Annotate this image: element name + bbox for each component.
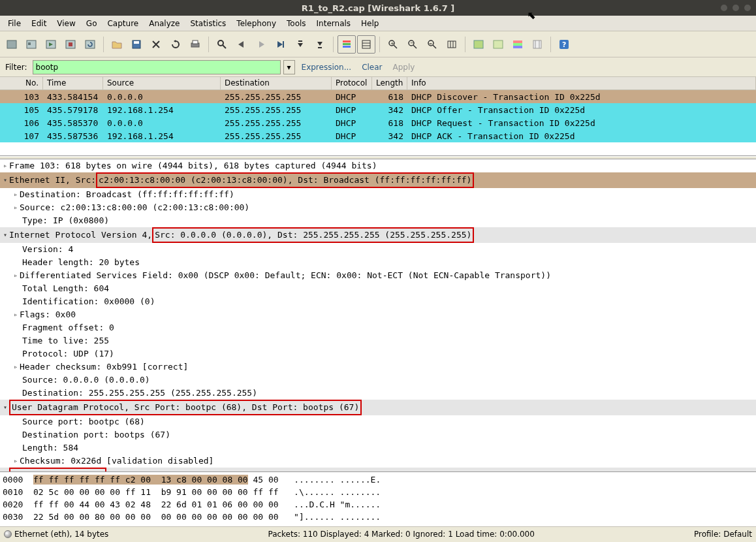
zoom-reset-icon[interactable]: = [423,35,441,54]
menu-internals[interactable]: Internals [311,17,356,30]
find-icon[interactable] [213,35,231,54]
menu-capture[interactable]: Capture [102,17,144,30]
menu-view[interactable]: View [52,17,80,30]
col-header-source[interactable]: Source [103,77,221,89]
svg-rect-0 [7,40,16,48]
packet-row[interactable]: 105435.579178192.168.1.254255.255.255.25… [0,103,756,116]
udp-summary[interactable]: ▾User Datagram Protocol, Src Port: bootp… [0,400,756,415]
ip-protocol[interactable]: Protocol: UDP (17) [0,347,756,360]
frame-summary[interactable]: ▹Frame 103: 618 bytes on wire (4944 bits… [0,159,756,172]
print-icon[interactable] [186,35,204,54]
status-left: Ethernet (eth), 14 bytes [14,530,108,539]
stop-capture-icon[interactable] [61,35,80,54]
menu-file[interactable]: File [3,17,26,30]
udp-checksum[interactable]: ▹Checksum: 0x226d [validation disabled] [0,454,756,468]
svg-line-14 [223,45,226,48]
packet-row[interactable]: 107435.587536192.168.1.254255.255.255.25… [0,129,756,142]
reload-icon[interactable] [166,35,185,54]
ip-summary[interactable]: ▾Internet Protocol Version 4, Src: 0.0.0… [0,227,756,243]
udp-src-port[interactable]: Source port: bootpc (68) [0,415,756,428]
hex-line[interactable]: 0000 ff ff ff ff ff ff c2 00 13 c8 00 00… [3,473,753,486]
zoom-out-icon[interactable]: − [403,35,422,54]
svg-rect-9 [134,41,139,44]
menu-go[interactable]: Go [81,17,102,30]
col-header-protocol[interactable]: Protocol [332,77,372,89]
titlebar: R1_to_R2.cap [Wireshark 1.6.7 ] ⬉ [0,0,756,16]
go-to-icon[interactable] [272,35,290,54]
menu-tools[interactable]: Tools [281,17,311,30]
svg-rect-42 [494,40,503,48]
svg-marker-15 [238,41,244,48]
menu-analyze[interactable]: Analyze [144,17,185,30]
go-back-icon[interactable] [232,35,251,54]
col-header-info[interactable]: Info [407,77,756,89]
hex-dump: 0000 ff ff ff ff ff ff c2 00 13 c8 00 00… [0,471,756,526]
eth-dst[interactable]: ▹Destination: Broadcast (ff:ff:ff:ff:ff:… [0,188,756,201]
ip-dscp[interactable]: ▹Differentiated Services Field: 0x00 (DS… [0,269,756,282]
options-icon[interactable] [22,35,40,54]
ip-total-length[interactable]: Total Length: 604 [0,282,756,295]
coloring-rules-icon[interactable] [509,35,527,54]
filter-clear[interactable]: Clear [358,63,386,72]
colorize-icon[interactable] [338,35,356,54]
expert-info-icon[interactable] [4,530,12,538]
save-icon[interactable] [127,35,146,54]
filter-apply[interactable]: Apply [389,63,419,72]
go-last-icon[interactable] [311,35,329,54]
display-filters-icon[interactable] [489,35,507,54]
ip-checksum[interactable]: ▹Header checksum: 0xb991 [correct] [0,360,756,374]
zoom-in-icon[interactable]: + [384,35,402,54]
filter-input[interactable] [33,60,281,74]
col-header-time[interactable]: Time [43,77,103,89]
col-header-no[interactable]: No. [0,77,43,89]
menu-help[interactable]: Help [356,17,384,30]
svg-point-13 [218,40,223,46]
col-header-length[interactable]: Length [372,77,407,89]
status-profile[interactable]: Profile: Default [694,530,752,539]
interfaces-icon[interactable] [3,35,21,54]
packet-row[interactable]: 106435.5853700.0.0.0255.255.255.255DHCP6… [0,116,756,129]
packet-row[interactable]: 103433.5841540.0.0.0255.255.255.255DHCP6… [0,90,756,103]
svg-line-36 [433,45,436,48]
minimize-button[interactable] [721,5,727,11]
capture-filters-icon[interactable] [469,35,488,54]
menu-statistics[interactable]: Statistics [185,17,231,30]
close-button[interactable] [744,5,751,11]
open-icon[interactable] [108,35,126,54]
help-icon[interactable]: ? [555,35,573,54]
ip-flags[interactable]: ▹Flags: 0x00 [0,308,756,321]
ip-ttl[interactable]: Time to live: 255 [0,334,756,347]
go-forward-icon[interactable] [252,35,270,54]
hex-line[interactable]: 0020 ff ff 00 44 00 43 02 48 22 6d 01 01… [3,498,753,511]
resize-cols-icon[interactable] [443,35,461,54]
ip-destination[interactable]: Destination: 255.255.255.255 (255.255.25… [0,387,756,400]
eth-src[interactable]: ▹Source: c2:00:13:c8:00:00 (c2:00:13:c8:… [0,201,756,214]
ip-version[interactable]: Version: 4 [0,243,756,256]
eth-type[interactable]: Type: IP (0x0800) [0,214,756,227]
restart-capture-icon[interactable] [81,35,99,54]
preferences-icon[interactable] [528,35,546,54]
start-capture-icon[interactable] [42,35,60,54]
hex-line[interactable]: 0010 02 5c 00 00 00 00 ff 11 b9 91 00 00… [3,486,753,498]
hex-line[interactable]: 0030 22 5d 00 00 80 00 00 00 00 00 00 00… [3,511,753,523]
udp-length[interactable]: Length: 584 [0,441,756,454]
close-file-icon[interactable] [147,35,165,54]
go-first-icon[interactable] [291,35,309,54]
ip-frag-offset[interactable]: Fragment offset: 0 [0,321,756,334]
ip-header-length[interactable]: Header length: 20 bytes [0,256,756,269]
ip-identification[interactable]: Identification: 0x0000 (0) [0,295,756,308]
maximize-button[interactable] [732,5,739,11]
window-title: R1_to_R2.cap [Wireshark 1.6.7 ] [302,3,454,13]
toolbar: + − = ? [0,31,756,57]
col-header-destination[interactable]: Destination [221,77,332,89]
autoscroll-icon[interactable] [357,35,375,54]
filter-dropdown[interactable]: ▾ [283,60,295,74]
menubar: File Edit View Go Capture Analyze Statis… [0,16,756,31]
filter-expression[interactable]: Expression... [298,63,356,72]
ip-source[interactable]: Source: 0.0.0.0 (0.0.0.0) [0,374,756,387]
packet-details: ▹Frame 103: 618 bytes on wire (4944 bits… [0,159,756,471]
ethernet-summary[interactable]: ▾Ethernet II, Src: c2:00:13:c8:00:00 (c2… [0,172,756,188]
menu-edit[interactable]: Edit [26,17,52,30]
udp-dst-port[interactable]: Destination port: bootps (67) [0,428,756,441]
menu-telephony[interactable]: Telephony [231,17,281,30]
